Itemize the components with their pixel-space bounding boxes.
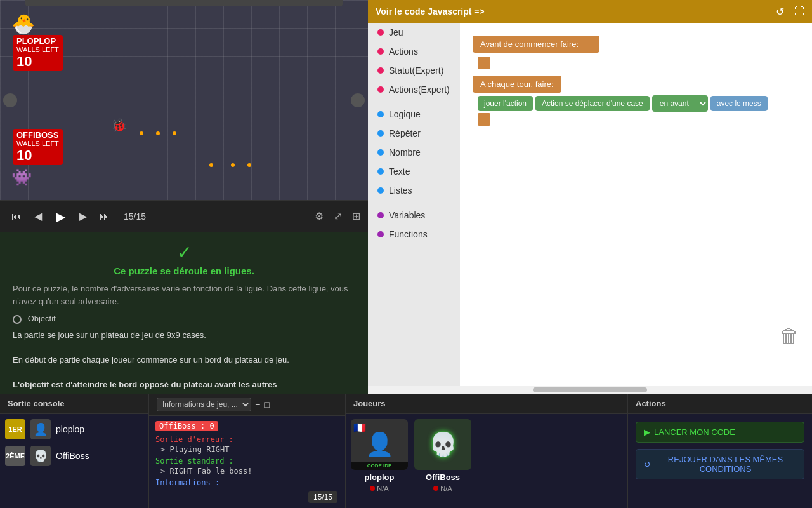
console-content: 1ER 👤 ploplop 2ÈME 💀 OffiBoss [0, 414, 148, 508]
rank-name-offiboss: OffiBoss [56, 451, 89, 461]
rank-item-2: 2ÈME 💀 OffiBoss [5, 446, 143, 466]
dot [156, 131, 160, 135]
sidebar-item-variables[interactable]: Variables [368, 206, 460, 225]
dot-indicator [377, 187, 384, 194]
actions-header: Actions [628, 394, 812, 414]
skip-back-button[interactable]: ⏮ [8, 208, 25, 225]
replay-icon: ↺ [644, 460, 651, 469]
stat-dot [370, 486, 375, 491]
step-back-button[interactable]: ◀ [30, 208, 46, 225]
sidebar-item-texte[interactable]: Texte [368, 162, 460, 181]
info-panel: ✓ Ce puzzle se déroule en ligues. Pour c… [0, 232, 368, 394]
settings-icon[interactable]: ⚙ [315, 210, 324, 222]
sidebar-item-actionsexp[interactable]: Actions(Expert) [368, 80, 460, 99]
sidebar-item-functions[interactable]: Functions [368, 225, 460, 244]
player-card-ploplop: 🇫🇷 👤 CODE IDE ploplop N/A [351, 419, 408, 503]
code-ide-label: CODE IDE [351, 462, 408, 470]
share-icon[interactable]: ⤢ [334, 210, 342, 222]
info-page: 15/15 [308, 491, 337, 503]
sidebar-item-repeter[interactable]: Répéter [368, 124, 460, 143]
replay-button[interactable]: ↺ REJOUER DANS LES MÊMES CONDITIONS [636, 449, 804, 479]
block-before-arm [478, 57, 490, 69]
scrollbar-thumb[interactable] [533, 387, 647, 392]
info-err-label: Sortie d'erreur : [155, 435, 339, 444]
view-js-button[interactable]: Voir le code Javascript => [376, 6, 485, 17]
dot [231, 163, 235, 167]
players-header: Joueurs [346, 394, 627, 414]
code-panel: Voir le code Javascript => ↺ ⛶ Jeu [368, 0, 812, 394]
code-workspace: Avant de commencer faire: A chaque tour,… [460, 23, 812, 386]
sidebar-item-actions[interactable]: Actions [368, 42, 460, 61]
circle-icon [13, 315, 22, 324]
game-panel: 🐣 PLOPLOP WALLS LEFT 10 👾 OFFIBOSS WALLS… [0, 0, 368, 394]
stat-dot [433, 486, 438, 491]
offiboss-avatar: 👾 [11, 168, 32, 187]
controls-bar: ⏮ ◀ ▶ ▶ ⏭ 15/15 ⚙ ⤢ ⊞ [0, 200, 368, 232]
info-page-row: 15/15 [149, 486, 345, 508]
play-button[interactable]: ▶ [51, 206, 70, 227]
block-each-turn: A chaque tour, faire: [473, 76, 561, 93]
direction-select[interactable]: en avant en arrière à gauche à droite [652, 95, 708, 112]
launch-code-button[interactable]: ▶ LANCER MON CODE [636, 422, 804, 443]
dot-indicator [377, 130, 384, 137]
code-sidebar: Jeu Actions Statut(Expert) Actions( [368, 23, 460, 386]
players-panel: Joueurs 🇫🇷 👤 CODE IDE ploplop N/A [346, 394, 628, 508]
sidebar-item-statut[interactable]: Statut(Expert) [368, 61, 460, 80]
tv-knob-right [351, 93, 365, 107]
code-workspace-inner: Avant de commencer faire: A chaque tour,… [460, 23, 812, 386]
info-std-value: > RIGHT Fab le boss! [160, 467, 339, 476]
puzzle-title: Ce puzzle se déroule en ligues. [13, 265, 355, 276]
sidebar-item-nombre[interactable]: Nombre [368, 143, 460, 162]
info-maximize-button[interactable]: □ [264, 399, 269, 410]
dot-indicator [377, 29, 384, 36]
objective-header: Objectif [13, 314, 355, 324]
rank-avatar-ploplop: 👤 [30, 419, 51, 439]
player-avatar-offiboss: 💀 [414, 419, 471, 470]
info-box-select[interactable]: Informations de jeu, ... [157, 398, 251, 411]
dot [173, 131, 176, 135]
refresh-icon[interactable]: ↺ [776, 6, 784, 18]
scrollbar-area [368, 386, 812, 394]
trash-icon[interactable]: 🗑 [779, 324, 799, 348]
block-message: avec le mess [710, 96, 768, 111]
skip-forward-button[interactable]: ⏭ [96, 208, 114, 225]
info-box-controls: − □ [255, 399, 270, 410]
block-container: Avant de commencer faire: A chaque tour,… [473, 36, 768, 126]
player-stat-offiboss: N/A [433, 485, 452, 492]
rank-name-ploplop: ploplop [56, 424, 84, 434]
block-move-action: Action se déplacer d'une case [535, 96, 650, 111]
player-name-offiboss: OffiBoss [426, 472, 460, 482]
sidebar-section-game: Jeu Actions Statut(Expert) Actions( [368, 23, 460, 99]
player-avatar-ploplop: 🇫🇷 👤 CODE IDE [351, 419, 408, 470]
sidebar-item-jeu[interactable]: Jeu [368, 23, 460, 42]
puzzle-icon: ✓ [13, 242, 355, 263]
dot [247, 163, 251, 167]
sidebar-item-listes[interactable]: Listes [368, 181, 460, 200]
info-std-label: Sortie standard : [155, 457, 339, 465]
players-content: 🇫🇷 👤 CODE IDE ploplop N/A 💀 Offi [346, 414, 627, 508]
sidebar-section-vars: Variables Functions [368, 206, 460, 244]
rank-badge-2: 2ÈME [5, 446, 25, 466]
dot-indicator [377, 48, 384, 55]
expand-icon[interactable]: ⊞ [352, 210, 360, 222]
info-info-label: Informations : [155, 478, 339, 486]
block-action-row: jouer l'action Action se déplacer d'une … [478, 95, 768, 112]
step-forward-button[interactable]: ▶ [75, 208, 91, 225]
puzzle-desc: Pour ce puzzle, le nombre d'adversaires … [13, 283, 355, 307]
player-flag-ploplop: 🇫🇷 [353, 422, 367, 432]
tv-knob-left [3, 93, 17, 107]
fullscreen-icon[interactable]: ⛶ [794, 6, 804, 17]
tv-top [25, 0, 343, 6]
dot [209, 163, 213, 167]
console-panel: Sortie console 1ER 👤 ploplop 2ÈME 💀 Offi… [0, 394, 149, 508]
info-badge-row: OffiBoss : 0 [155, 421, 339, 435]
sidebar-item-logique[interactable]: Logique [368, 105, 460, 124]
info-content: OffiBoss : 0 Sortie d'erreur : > Playing… [149, 416, 345, 486]
rank-item-1: 1ER 👤 ploplop [5, 419, 143, 439]
bottom-row: Sortie console 1ER 👤 ploplop 2ÈME 💀 Offi… [0, 394, 812, 508]
offiboss-label: OFFIBOSS WALLS LEFT 10 [13, 129, 63, 165]
code-toolbar: Voir le code Javascript => ↺ ⛶ [368, 0, 812, 23]
dot-indicator [377, 67, 384, 74]
dot-indicator [377, 86, 384, 93]
info-minimize-button[interactable]: − [255, 399, 260, 410]
